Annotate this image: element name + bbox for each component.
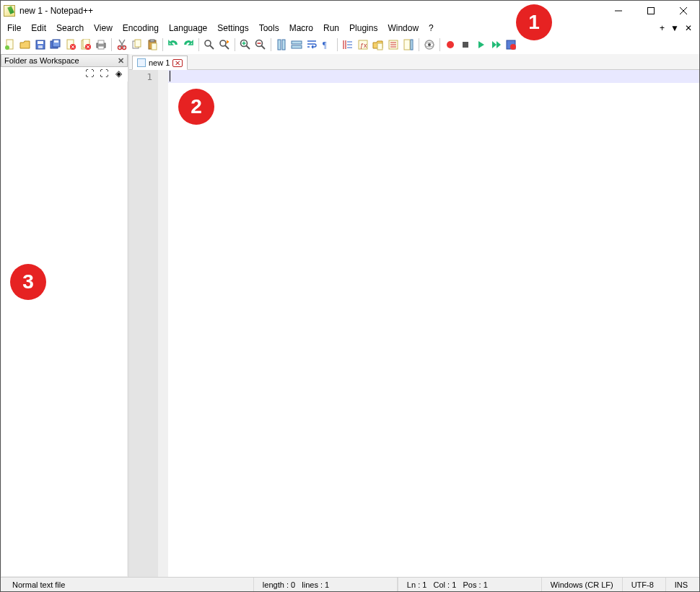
close-button[interactable]: [667, 1, 699, 21]
toolbar: ¶ƒx: [1, 35, 699, 54]
doc-map-icon: [403, 39, 414, 50]
toolbar-separator: [271, 38, 271, 51]
toolbar-show-all-button[interactable]: ¶: [320, 37, 334, 52]
toolbar-close-button[interactable]: [64, 37, 78, 52]
toolbar-word-wrap-button[interactable]: [305, 37, 319, 52]
tab-new-button[interactable]: +: [660, 23, 665, 33]
status-col: Col : 1: [434, 580, 457, 589]
statusbar: Normal text file length : 0 lines : 1 Ln…: [1, 577, 699, 591]
toolbar-play-macro-button[interactable]: [473, 37, 488, 52]
print-icon: [95, 39, 107, 50]
sidebar-close-button[interactable]: ✕: [118, 56, 124, 66]
sidebar-tools: ⛶ ⛶ ◈: [1, 67, 128, 81]
toolbar-record-macro-button[interactable]: [443, 37, 458, 52]
menu-edit[interactable]: Edit: [26, 22, 51, 35]
toolbar-separator: [235, 38, 235, 51]
word-wrap-icon: [306, 39, 318, 50]
tab-close-button[interactable]: ✕: [685, 23, 692, 33]
tab-new-1[interactable]: new 1 ✕: [132, 56, 188, 70]
svg-rect-1: [647, 8, 654, 14]
menu-view[interactable]: View: [89, 22, 118, 35]
toolbar-separator: [419, 38, 419, 51]
minimize-button[interactable]: [602, 1, 634, 21]
toolbar-sync-h-button[interactable]: [289, 37, 304, 52]
svg-text:ƒx: ƒx: [360, 42, 367, 49]
sidebar-title: Folder as Workspace ✕: [1, 54, 128, 67]
line-number: 1: [129, 71, 152, 82]
toolbar-play-multi-button[interactable]: [489, 37, 503, 52]
menu-run[interactable]: Run: [318, 22, 344, 35]
svg-rect-31: [278, 40, 281, 50]
maximize-button[interactable]: [634, 1, 667, 21]
toolbar-find-button[interactable]: [202, 37, 216, 52]
status-doc-info[interactable]: length : 0 lines : 1: [253, 578, 398, 591]
menu-encoding[interactable]: Encoding: [118, 22, 164, 35]
toolbar-save-all-button[interactable]: [48, 37, 63, 52]
stop-macro-icon: [460, 39, 471, 50]
svg-point-44: [428, 43, 431, 46]
menu-file[interactable]: File: [2, 22, 26, 35]
sidebar-locate-icon[interactable]: ◈: [113, 69, 123, 79]
menu-macro[interactable]: Macro: [284, 22, 318, 35]
toolbar-paste-button[interactable]: [145, 37, 159, 52]
text-area[interactable]: [168, 70, 699, 577]
toolbar-cut-button[interactable]: [115, 37, 129, 52]
menu-help[interactable]: ?: [424, 22, 439, 35]
toolbar-stop-macro-button[interactable]: [458, 37, 473, 52]
menu-plugins[interactable]: Plugins: [344, 22, 382, 35]
toolbar-function-list-button[interactable]: [386, 37, 401, 52]
toolbar-new-file-button[interactable]: [3, 37, 17, 52]
sidebar-collapse-icon[interactable]: ⛶: [99, 69, 109, 79]
svg-point-27: [205, 40, 211, 46]
toolbar-sync-v-button[interactable]: [274, 37, 289, 52]
menu-settings[interactable]: Settings: [212, 22, 253, 35]
toolbar-doc-map-button[interactable]: [401, 37, 416, 52]
toolbar-replace-button[interactable]: [217, 37, 232, 52]
status-eol[interactable]: Windows (CR LF): [542, 578, 623, 591]
toolbar-indent-guide-button[interactable]: [341, 37, 355, 52]
status-length: length : 0: [263, 580, 295, 589]
status-position[interactable]: Ln : 1 Col : 1 Pos : 1: [398, 578, 542, 591]
menu-language[interactable]: Language: [164, 22, 212, 35]
status-mode[interactable]: INS: [666, 578, 696, 591]
toolbar-print-button[interactable]: [94, 37, 108, 52]
toolbar-zoom-out-button[interactable]: [253, 37, 268, 52]
maximize-icon: [647, 7, 655, 14]
tab-close-icon[interactable]: ✕: [172, 59, 183, 67]
toolbar-save-macro-button[interactable]: [504, 37, 518, 52]
toolbar-monitor-file-button[interactable]: [422, 37, 437, 52]
fold-margin: [158, 70, 168, 577]
main-area: Folder as Workspace ✕ ⛶ ⛶ ◈ new 1 ✕ 1: [1, 54, 699, 577]
open-file-icon: [19, 39, 31, 50]
status-pos: Pos : 1: [463, 580, 488, 589]
toolbar-zoom-in-button[interactable]: [238, 37, 253, 52]
status-filetype[interactable]: Normal text file: [4, 578, 90, 591]
menu-tools[interactable]: Tools: [254, 22, 284, 35]
app-icon: [4, 5, 15, 17]
sidebar-body[interactable]: [1, 81, 128, 577]
replace-icon: [219, 39, 230, 50]
toolbar-redo-button[interactable]: [181, 37, 196, 52]
text-cursor: [170, 71, 170, 81]
menu-window[interactable]: Window: [382, 22, 424, 35]
toolbar-undo-button[interactable]: [166, 37, 180, 52]
tab-dropdown-button[interactable]: ▼: [670, 23, 679, 33]
svg-rect-8: [38, 45, 43, 48]
svg-rect-26: [152, 43, 157, 50]
toolbar-open-file-button[interactable]: [18, 37, 32, 52]
menu-search[interactable]: Search: [51, 22, 89, 35]
sidebar-expand-icon[interactable]: ⛶: [84, 69, 95, 79]
svg-rect-25: [150, 40, 154, 42]
toolbar-folder-doc-button[interactable]: [371, 37, 385, 52]
svg-rect-33: [292, 41, 302, 44]
tab-label: new 1: [149, 58, 170, 67]
sync-v-icon: [276, 39, 287, 50]
toolbar-separator: [337, 38, 338, 51]
annotation-2: 2: [178, 89, 214, 125]
toolbar-close-all-button[interactable]: [79, 37, 93, 52]
status-encoding[interactable]: UTF-8: [623, 578, 666, 591]
toolbar-lang-user-button[interactable]: ƒx: [356, 37, 370, 52]
toolbar-copy-button[interactable]: [130, 37, 144, 52]
copy-icon: [131, 39, 143, 50]
toolbar-save-button[interactable]: [33, 37, 48, 52]
